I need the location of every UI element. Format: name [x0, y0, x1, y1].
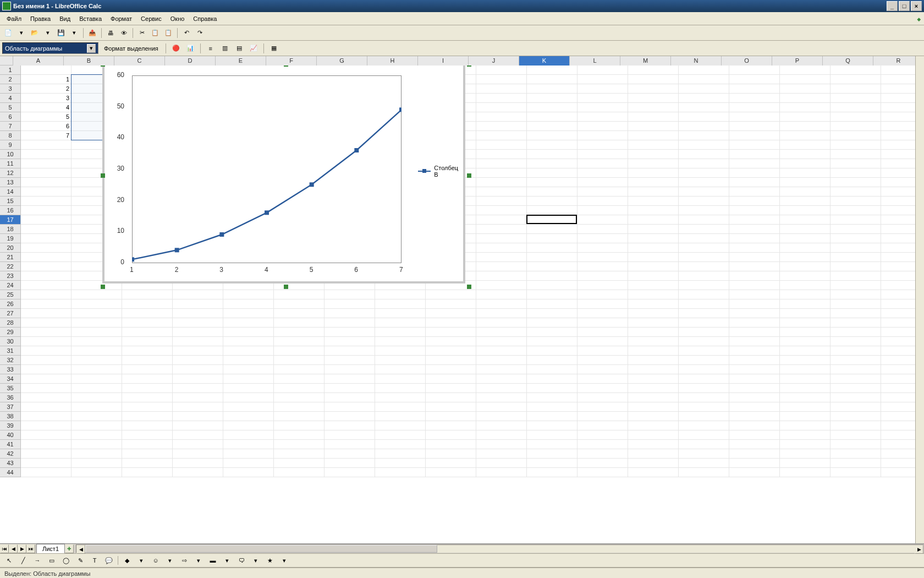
cell-E31[interactable] [223, 346, 274, 356]
cell-P3[interactable] [780, 84, 831, 94]
cell-L5[interactable] [578, 103, 628, 112]
cell-A2[interactable]: 1 [21, 75, 72, 84]
cell-J35[interactable] [476, 384, 527, 393]
cell-Q2[interactable] [831, 75, 881, 84]
col-header-L[interactable]: L [570, 56, 620, 66]
cell-Q20[interactable] [831, 243, 881, 253]
cell-A24[interactable] [21, 281, 72, 290]
cell-J25[interactable] [476, 290, 527, 299]
cell-O40[interactable] [729, 430, 780, 440]
cell-C44[interactable] [122, 468, 173, 477]
cell-L4[interactable] [578, 94, 628, 103]
cell-O2[interactable] [729, 75, 780, 84]
cell-L41[interactable] [578, 440, 628, 449]
cell-K36[interactable] [527, 393, 578, 402]
axis-icon[interactable]: 📈 [248, 42, 260, 54]
cell-F39[interactable] [274, 421, 324, 430]
cell-F32[interactable] [274, 356, 324, 365]
cell-J17[interactable] [476, 215, 527, 225]
cell-F35[interactable] [274, 384, 324, 393]
cell-M30[interactable] [628, 337, 679, 346]
cell-L8[interactable] [578, 131, 628, 140]
maximize-button[interactable]: □ [899, 1, 910, 11]
cell-L18[interactable] [578, 225, 628, 234]
cell-H26[interactable] [375, 299, 426, 309]
cell-B38[interactable] [72, 412, 122, 421]
grid-h-icon[interactable]: ≡ [205, 42, 217, 54]
cell-M26[interactable] [628, 299, 679, 309]
cell-A38[interactable] [21, 412, 72, 421]
stars-icon[interactable]: ★ [265, 555, 276, 566]
dropdown-icon[interactable]: ▾ [42, 27, 54, 39]
line-icon[interactable]: ╱ [18, 555, 29, 566]
cell-K27[interactable] [527, 309, 578, 318]
cell-Q11[interactable] [831, 159, 881, 168]
cell-F27[interactable] [274, 309, 324, 318]
cell-P29[interactable] [780, 328, 831, 337]
cell-A7[interactable]: 6 [21, 122, 72, 131]
cell-K10[interactable] [527, 150, 578, 159]
cell-E39[interactable] [223, 421, 274, 430]
cell-P8[interactable] [780, 131, 831, 140]
cell-K29[interactable] [527, 328, 578, 337]
cell-A12[interactable] [21, 168, 72, 178]
row-header-29[interactable]: 29 [0, 328, 21, 337]
cell-O16[interactable] [729, 206, 780, 215]
cell-N3[interactable] [679, 84, 729, 94]
cell-K44[interactable] [527, 468, 578, 477]
cell-I29[interactable] [426, 328, 476, 337]
cell-K38[interactable] [527, 412, 578, 421]
cell-L22[interactable] [578, 262, 628, 271]
cell-J20[interactable] [476, 243, 527, 253]
cell-K22[interactable] [527, 262, 578, 271]
cell-P31[interactable] [780, 346, 831, 356]
cell-D43[interactable] [173, 459, 223, 468]
cell-P25[interactable] [780, 290, 831, 299]
cell-A22[interactable] [21, 262, 72, 271]
cell-K15[interactable] [527, 197, 578, 206]
cell-P23[interactable] [780, 271, 831, 281]
cell-M42[interactable] [628, 449, 679, 459]
row-header-4[interactable]: 4 [0, 94, 21, 103]
cell-Q3[interactable] [831, 84, 881, 94]
cell-M15[interactable] [628, 197, 679, 206]
cell-L6[interactable] [578, 112, 628, 122]
cell-M13[interactable] [628, 178, 679, 187]
row-header-32[interactable]: 32 [0, 356, 21, 365]
cell-O43[interactable] [729, 459, 780, 468]
cell-K24[interactable] [527, 281, 578, 290]
cell-P13[interactable] [780, 178, 831, 187]
cell-B39[interactable] [72, 421, 122, 430]
cell-B43[interactable] [72, 459, 122, 468]
cell-J21[interactable] [476, 253, 527, 262]
cell-G43[interactable] [324, 459, 375, 468]
cell-J23[interactable] [476, 271, 527, 281]
cell-D27[interactable] [173, 309, 223, 318]
cell-O25[interactable] [729, 290, 780, 299]
row-header-27[interactable]: 27 [0, 309, 21, 318]
cell-K30[interactable] [527, 337, 578, 346]
cell-O6[interactable] [729, 112, 780, 122]
cell-D41[interactable] [173, 440, 223, 449]
cell-Q10[interactable] [831, 150, 881, 159]
cell-H36[interactable] [375, 393, 426, 402]
cell-L7[interactable] [578, 122, 628, 131]
cell-L32[interactable] [578, 356, 628, 365]
cell-B34[interactable] [72, 374, 122, 384]
cell-I43[interactable] [426, 459, 476, 468]
cell-E25[interactable] [223, 290, 274, 299]
cell-H39[interactable] [375, 421, 426, 430]
horizontal-scrollbar[interactable]: ◀ ▶ [76, 544, 924, 553]
flowchart-icon[interactable]: ▬ [207, 555, 218, 566]
cell-P15[interactable] [780, 197, 831, 206]
menu-help[interactable]: Справка [189, 14, 221, 24]
cell-K16[interactable] [527, 206, 578, 215]
cell-K35[interactable] [527, 384, 578, 393]
cell-G28[interactable] [324, 318, 375, 328]
cell-B25[interactable] [72, 290, 122, 299]
cell-L34[interactable] [578, 374, 628, 384]
cell-N33[interactable] [679, 365, 729, 374]
cell-J40[interactable] [476, 430, 527, 440]
scroll-thumb[interactable] [85, 545, 437, 553]
cell-O9[interactable] [729, 140, 780, 150]
